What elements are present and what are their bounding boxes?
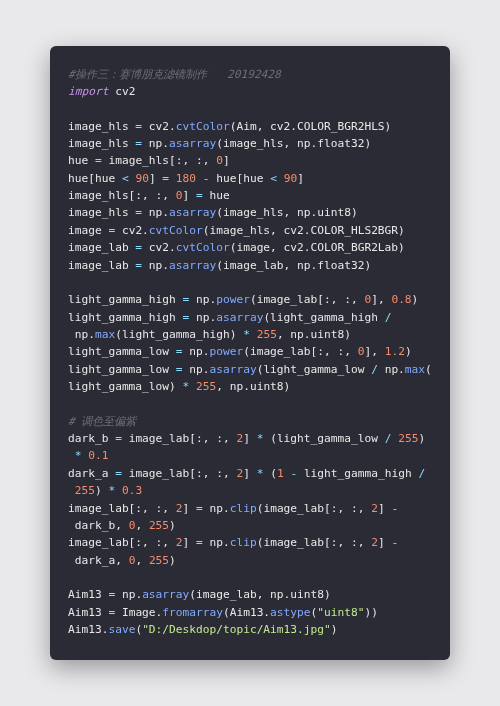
comment-line: #操作三：赛博朋克滤镜制作 20192428 — [68, 68, 281, 81]
code-block: #操作三：赛博朋克滤镜制作 20192428 import cv2 image_… — [68, 66, 432, 639]
comment-line: # 调色至偏紫 — [68, 415, 136, 428]
code-card: #操作三：赛博朋克滤镜制作 20192428 import cv2 image_… — [50, 46, 450, 661]
keyword-import: import — [68, 85, 108, 98]
module-name: cv2 — [115, 85, 135, 98]
